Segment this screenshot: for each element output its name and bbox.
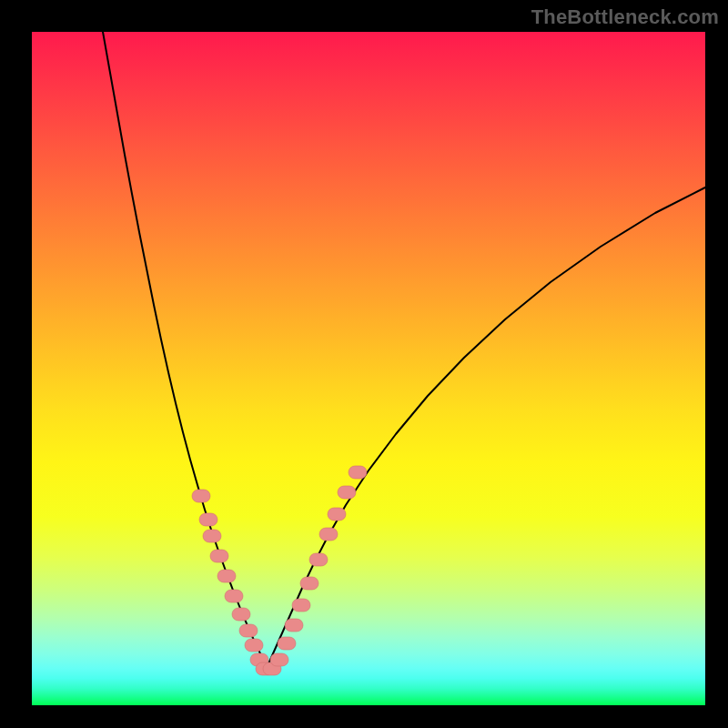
data-marker bbox=[203, 530, 221, 542]
data-marker bbox=[270, 653, 288, 666]
data-marker bbox=[309, 553, 328, 566]
data-marker bbox=[245, 639, 263, 652]
data-marker bbox=[217, 570, 236, 582]
data-marker bbox=[278, 637, 296, 650]
marker-layer bbox=[192, 466, 367, 675]
data-marker bbox=[328, 508, 346, 521]
curve-layer bbox=[103, 32, 705, 668]
chart-svg bbox=[32, 32, 705, 705]
data-marker bbox=[232, 608, 250, 621]
data-marker bbox=[300, 577, 318, 590]
data-marker bbox=[192, 490, 210, 502]
data-marker bbox=[349, 466, 367, 479]
data-marker bbox=[338, 486, 356, 499]
watermark-text: TheBottleneck.com bbox=[531, 5, 719, 29]
curve-left-curve bbox=[103, 32, 267, 668]
data-marker bbox=[239, 624, 258, 637]
data-marker bbox=[225, 590, 243, 602]
data-marker bbox=[292, 599, 310, 612]
data-marker bbox=[210, 550, 228, 562]
data-marker bbox=[285, 619, 303, 632]
plot-area bbox=[32, 32, 705, 705]
curve-right-curve bbox=[267, 187, 705, 668]
data-marker bbox=[319, 528, 338, 541]
outer-frame: TheBottleneck.com bbox=[0, 0, 728, 728]
data-marker bbox=[199, 513, 217, 526]
